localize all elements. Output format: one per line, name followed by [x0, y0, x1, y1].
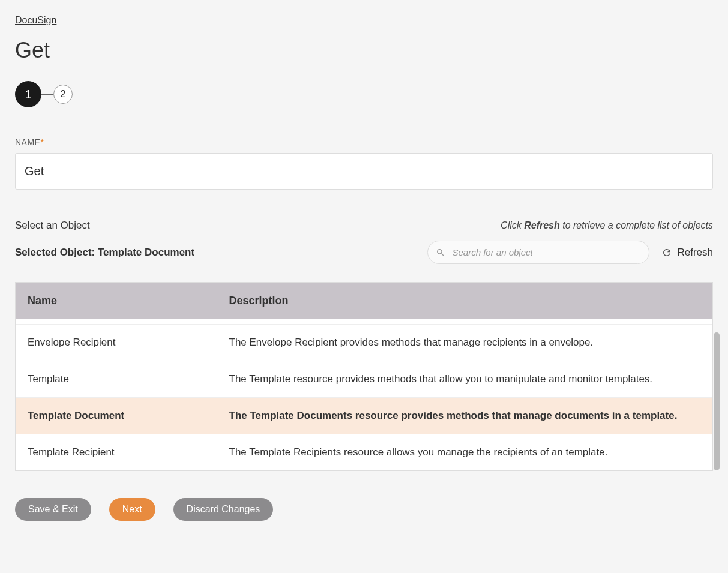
- name-label: NAME*: [15, 137, 713, 147]
- column-header-name[interactable]: Name: [16, 283, 217, 319]
- object-table: Name Description Envelope Recipient The …: [16, 283, 712, 470]
- cell-name: Envelope Recipient: [16, 325, 217, 361]
- name-input[interactable]: [15, 153, 713, 190]
- cell-description: The Template resource provides methods t…: [217, 361, 712, 398]
- next-button[interactable]: Next: [109, 498, 155, 521]
- refresh-label: Refresh: [677, 247, 713, 259]
- table-row-selected[interactable]: Template Document The Template Documents…: [16, 398, 712, 434]
- step-1[interactable]: 1: [15, 81, 41, 107]
- cell-description: The Envelope Recipient provides methods …: [217, 325, 712, 361]
- refresh-button[interactable]: Refresh: [661, 247, 713, 259]
- search-icon: [436, 248, 445, 257]
- breadcrumb-link[interactable]: DocuSign: [15, 15, 56, 26]
- required-asterisk: *: [40, 137, 44, 147]
- stepper: 1 2: [15, 81, 713, 107]
- step-connector: [41, 94, 53, 95]
- select-object-label: Select an Object: [15, 220, 90, 232]
- refresh-icon: [661, 247, 672, 258]
- scrollbar-thumb[interactable]: [714, 332, 720, 470]
- table-row[interactable]: Template Recipient The Template Recipien…: [16, 434, 712, 471]
- footer-buttons: Save & Exit Next Discard Changes: [15, 498, 713, 521]
- cell-description: The Template Recipients resource allows …: [217, 434, 712, 471]
- refresh-hint: Click Refresh to retrieve a complete lis…: [501, 220, 713, 231]
- table-row[interactable]: [16, 319, 712, 325]
- search-input[interactable]: [427, 241, 649, 264]
- object-table-container: Name Description Envelope Recipient The …: [15, 282, 713, 471]
- table-row[interactable]: Envelope Recipient The Envelope Recipien…: [16, 325, 712, 361]
- save-exit-button[interactable]: Save & Exit: [15, 498, 91, 521]
- scrollbar-track[interactable]: [714, 320, 720, 470]
- discard-button[interactable]: Discard Changes: [173, 498, 274, 521]
- table-row[interactable]: Template The Template resource provides …: [16, 361, 712, 398]
- search-wrapper: [427, 241, 649, 264]
- cell-description: The Template Documents resource provides…: [217, 398, 712, 434]
- column-header-description[interactable]: Description: [217, 283, 712, 319]
- cell-name: Template Recipient: [16, 434, 217, 471]
- cell-name: [16, 319, 217, 325]
- cell-description: [217, 319, 712, 325]
- page-title: Get: [15, 38, 713, 63]
- selected-object-label: Selected Object: Template Document: [15, 247, 194, 259]
- cell-name: Template Document: [16, 398, 217, 434]
- cell-name: Template: [16, 361, 217, 398]
- step-2[interactable]: 2: [53, 85, 73, 104]
